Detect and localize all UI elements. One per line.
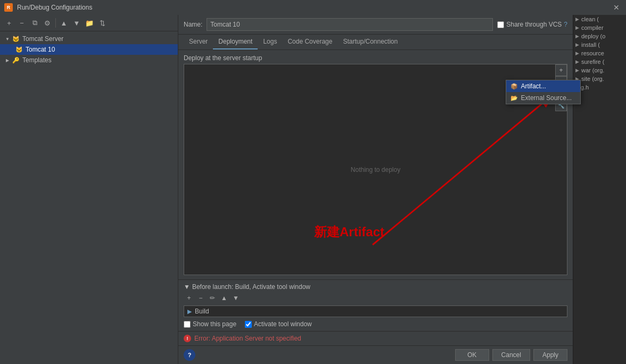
rs-expand-surefire: ▶: [575, 59, 579, 64]
title-bar: R Run/Debug Configurations ✕: [0, 0, 626, 15]
name-input[interactable]: [207, 18, 493, 31]
deploy-add-button[interactable]: +: [555, 64, 567, 76]
move-up-button[interactable]: ▲: [58, 17, 70, 29]
toolbar-separator: [55, 18, 56, 28]
share-vcs-checkbox[interactable]: [497, 21, 504, 28]
name-label: Name:: [184, 21, 202, 28]
tomcat-server-group[interactable]: ▼ 🐱 Tomcat Server: [0, 34, 178, 44]
rs-label-resource: resource: [581, 50, 604, 56]
artifact-icon: 📦: [510, 83, 518, 90]
bl-add-button[interactable]: +: [184, 293, 194, 303]
before-launch-list: ▶ Build: [184, 305, 567, 317]
rs-expand-resource: ▶: [575, 51, 579, 56]
sort-button[interactable]: ⇅: [96, 17, 108, 29]
close-button[interactable]: ✕: [611, 3, 622, 12]
left-panel: + − ⧉ ⚙ ▲ ▼ 📁 ⇅ ▼ 🐱 Tomcat Server 🐱 Tomc…: [0, 15, 178, 364]
activate-tool-checkbox[interactable]: [245, 321, 252, 328]
move-down-button[interactable]: ▼: [71, 17, 83, 29]
rs-expand-war: ▶: [575, 68, 579, 73]
tomcat-server-label: Tomcat Server: [22, 35, 63, 43]
share-vcs-option: Share through VCS ?: [497, 21, 567, 28]
rs-label-clean: clean (: [581, 16, 599, 22]
show-page-option: Show this page: [184, 320, 236, 328]
rs-item-deploy[interactable]: ▶ deploy (o: [573, 32, 626, 40]
ok-button[interactable]: OK: [455, 349, 489, 361]
templates-label: Templates: [22, 56, 52, 64]
external-source-menu-item[interactable]: 📂 External Source...: [506, 92, 580, 104]
bl-down-button[interactable]: ▼: [230, 293, 241, 303]
bl-edit-button[interactable]: ✏: [207, 293, 218, 303]
rs-label-deploy: deploy (o: [581, 33, 605, 39]
templates-item[interactable]: ▶ 🔑 Templates: [0, 55, 178, 65]
rs-label-install: install (: [581, 42, 600, 48]
tomcat-10-label: Tomcat 10: [26, 46, 55, 53]
expand-arrow: ▼: [4, 36, 11, 42]
add-config-button[interactable]: +: [3, 17, 15, 29]
build-label: Build: [195, 308, 209, 315]
before-launch-label: Before launch: Build, Activate tool wind…: [192, 283, 310, 291]
activate-tool-option: Activate tool window: [245, 320, 312, 328]
rs-label-war: war (org.: [581, 67, 604, 73]
rs-label-compiler: compiler: [581, 24, 604, 31]
rs-item-war[interactable]: ▶ war (org.: [573, 66, 626, 75]
main-container: + − ⧉ ⚙ ▲ ▼ 📁 ⇅ ▼ 🐱 Tomcat Server 🐱 Tomc…: [0, 15, 626, 364]
app-icon: R: [4, 3, 13, 12]
tomcat-10-item[interactable]: 🐱 Tomcat 10: [0, 44, 178, 55]
artifact-menu-item[interactable]: 📦 Artifact...: [506, 80, 580, 92]
rs-expand-deploy: ▶: [575, 34, 579, 39]
artifact-label: Artifact...: [521, 82, 546, 90]
tree-toolbar: + − ⧉ ⚙ ▲ ▼ 📁 ⇅: [0, 15, 178, 31]
before-launch-header[interactable]: ▼ Before launch: Build, Activate tool wi…: [184, 283, 567, 291]
help-button[interactable]: ?: [184, 349, 195, 361]
tab-code-coverage[interactable]: Code Coverage: [282, 35, 337, 49]
options-row: Show this page Activate tool window: [184, 320, 567, 328]
rs-label-site: site (org.: [581, 76, 604, 82]
activate-tool-label: Activate tool window: [254, 320, 312, 328]
rs-item-resource[interactable]: ▶ resource: [573, 49, 626, 57]
apply-button[interactable]: Apply: [533, 349, 567, 361]
bottom-bar: ? OK Cancel Apply: [178, 345, 573, 364]
show-page-label: Show this page: [193, 320, 236, 328]
rs-expand-install: ▶: [575, 42, 579, 47]
rs-item-surefire[interactable]: ▶ surefire (: [573, 57, 626, 66]
templates-icon: 🔑: [12, 56, 20, 64]
error-bar: ! Error: Application Server not specifie…: [178, 331, 573, 345]
tab-logs[interactable]: Logs: [258, 35, 282, 49]
window-title: Run/Debug Configurations: [17, 4, 607, 11]
error-text: Error: Application Server not specified: [194, 335, 301, 342]
rs-item-site[interactable]: ▶ site (org.: [573, 75, 626, 83]
rs-item-install[interactable]: ▶ install (: [573, 40, 626, 49]
show-page-checkbox[interactable]: [184, 321, 191, 328]
before-launch-section: ▼ Before launch: Build, Activate tool wi…: [178, 279, 573, 331]
bl-remove-button[interactable]: −: [195, 293, 206, 303]
rs-expand-compiler: ▶: [575, 25, 579, 30]
tab-deployment[interactable]: Deployment: [213, 35, 258, 49]
folder-button[interactable]: 📁: [84, 17, 95, 29]
before-launch-toolbar: + − ✏ ▲ ▼: [184, 293, 567, 303]
remove-config-button[interactable]: −: [16, 17, 28, 29]
rs-item-clean[interactable]: ▶ clean (: [573, 15, 626, 23]
rs-label-surefire: surefire (: [581, 59, 604, 65]
build-item[interactable]: ▶ Build: [184, 306, 567, 317]
tab-server[interactable]: Server: [184, 35, 213, 49]
external-source-icon: 📂: [510, 95, 518, 102]
tomcat-server-icon: 🐱: [12, 35, 20, 43]
tab-startup[interactable]: Startup/Connection: [337, 35, 403, 49]
settings-button[interactable]: ⚙: [42, 17, 53, 29]
rs-item-compiler[interactable]: ▶ compiler: [573, 23, 626, 32]
artifact-dropdown: 📦 Artifact... 📂 External Source...: [506, 80, 581, 104]
templates-arrow: ▶: [4, 57, 11, 63]
bl-up-button[interactable]: ▲: [219, 293, 229, 303]
name-row: Name: Share through VCS ?: [178, 15, 573, 35]
copy-config-button[interactable]: ⧉: [29, 17, 40, 29]
external-source-label: External Source...: [521, 94, 572, 102]
before-launch-arrow: ▼: [184, 283, 190, 291]
cancel-button[interactable]: Cancel: [492, 349, 530, 361]
config-tree: ▼ 🐱 Tomcat Server 🐱 Tomcat 10 ▶ 🔑 Templa…: [0, 31, 178, 364]
rs-item-orgh[interactable]: org.h: [573, 83, 626, 92]
share-help-icon[interactable]: ?: [564, 21, 567, 28]
tomcat-10-icon: 🐱: [15, 45, 23, 54]
share-vcs-label: Share through VCS: [506, 21, 562, 28]
rs-expand-clean: ▶: [575, 16, 579, 22]
error-icon: !: [184, 335, 191, 342]
